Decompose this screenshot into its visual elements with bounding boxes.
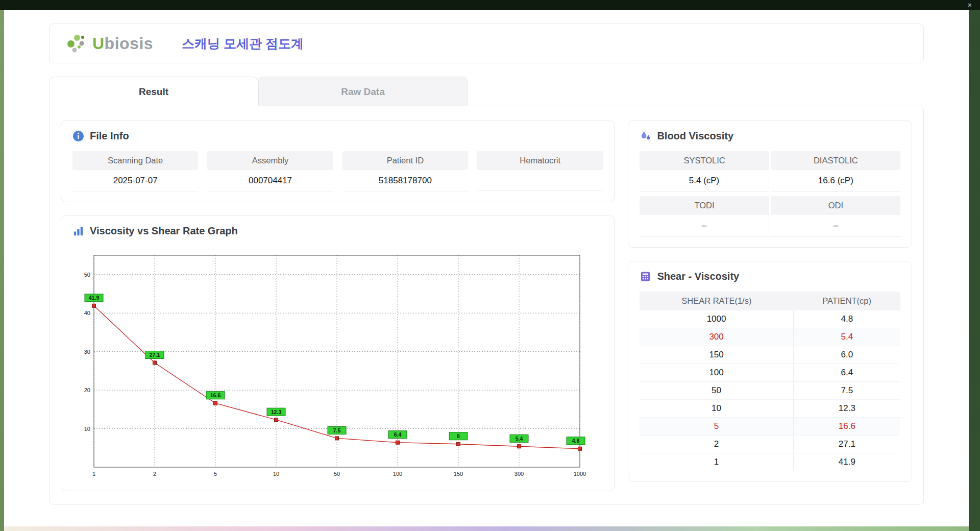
- blood-viscosity-grid: SYSTOLIC DIASTOLIC 5.4 (cP) 16.6 (cP) TO…: [640, 151, 900, 237]
- tab-result[interactable]: Result: [49, 77, 258, 106]
- table-icon: [640, 271, 651, 282]
- file-info-fields: Scanning Date 2025-07-07 Assembly 000704…: [72, 151, 603, 191]
- viscosity-chart: 102030405041.927.116.612.37.56.465.44.81…: [76, 248, 586, 480]
- svg-text:10: 10: [84, 426, 90, 432]
- svg-text:30: 30: [84, 349, 90, 355]
- svg-text:6: 6: [457, 433, 460, 439]
- shear-table-row: 3005.4: [640, 328, 900, 346]
- shear-cell: 150: [640, 346, 793, 364]
- shear-cell: 2: [640, 436, 793, 453]
- svg-text:20: 20: [84, 387, 90, 393]
- field-label: Patient ID: [342, 151, 468, 170]
- file-info-panel: File Info Scanning Date 2025-07-07 Assem…: [61, 120, 615, 202]
- shear-cell: 1: [640, 453, 793, 471]
- blood-viscosity-title: Blood Viscosity: [640, 130, 900, 142]
- svg-text:50: 50: [84, 272, 90, 278]
- left-column: File Info Scanning Date 2025-07-07 Assem…: [61, 120, 615, 491]
- shear-table-header-row: SHEAR RATE(1/s) PATIENT(cp): [640, 292, 900, 310]
- svg-text:300: 300: [514, 471, 524, 477]
- field-label: Scanning Date: [72, 151, 198, 170]
- bv-value-todi: –: [640, 215, 769, 237]
- tab-raw-data[interactable]: Raw Data: [258, 77, 468, 106]
- patient-cell: 16.6: [793, 418, 900, 436]
- shear-table-row: 227.1: [640, 436, 900, 453]
- bv-head-odi: ODI: [771, 196, 900, 215]
- shear-cell: 5: [640, 418, 793, 436]
- field-value: 2025-07-07: [72, 170, 198, 191]
- patient-cell: 6.4: [793, 364, 900, 382]
- patient-cell: 7.5: [793, 382, 900, 400]
- logo-dots-icon: [65, 32, 88, 55]
- svg-text:100: 100: [393, 471, 402, 477]
- svg-text:5: 5: [214, 471, 217, 477]
- field-value: 000704417: [207, 170, 333, 191]
- blood-viscosity-title-text: Blood Viscosity: [657, 130, 733, 142]
- bv-value-odi: –: [771, 215, 900, 237]
- shear-table-row: 1006.4: [640, 364, 900, 382]
- shear-cell: 50: [640, 382, 793, 400]
- patient-cell: 41.9: [793, 453, 900, 471]
- svg-text:150: 150: [454, 471, 463, 477]
- right-column: Blood Viscosity SYSTOLIC DIASTOLIC 5.4 (…: [628, 120, 912, 491]
- field-hematocrit: Hematocrit: [477, 151, 603, 191]
- col-shear-rate: SHEAR RATE(1/s): [640, 292, 793, 310]
- patient-cell: 12.3: [793, 400, 900, 418]
- svg-text:12.3: 12.3: [271, 409, 282, 415]
- field-assembly: Assembly 000704417: [207, 151, 333, 191]
- file-info-title-text: File Info: [90, 130, 129, 142]
- svg-text:50: 50: [334, 471, 340, 477]
- svg-text:5.4: 5.4: [516, 436, 523, 442]
- shear-table-row: 507.5: [640, 382, 900, 400]
- field-patient-id: Patient ID 51858178700: [342, 151, 468, 191]
- graph-panel: Viscosity vs Shear Rate Graph 1020304050…: [61, 215, 615, 491]
- svg-text:1: 1: [92, 471, 95, 477]
- patient-cell: 5.4: [793, 328, 900, 346]
- bar-chart-icon: [72, 225, 84, 237]
- svg-text:7.5: 7.5: [333, 427, 341, 433]
- field-label: Hematocrit: [477, 151, 603, 170]
- shear-table-row: 10004.8: [640, 310, 900, 328]
- chart-wrap: 102030405041.927.116.612.37.56.465.44.81…: [72, 246, 603, 480]
- shear-cell: 100: [640, 364, 793, 382]
- shear-viscosity-panel: Shear - Viscosity SHEAR RATE(1/s) PATIEN…: [628, 261, 912, 482]
- field-label: Assembly: [207, 151, 333, 170]
- logo-u: U: [92, 34, 105, 53]
- shear-viscosity-title-text: Shear - Viscosity: [657, 271, 739, 282]
- bv-value-diastolic: 16.6 (cP): [771, 170, 900, 192]
- close-icon[interactable]: ×: [968, 2, 972, 9]
- logo-text: Ubiosis: [92, 34, 153, 53]
- bv-head-todi: TODI: [640, 196, 769, 215]
- svg-text:40: 40: [84, 310, 90, 316]
- blood-viscosity-panel: Blood Viscosity SYSTOLIC DIASTOLIC 5.4 (…: [628, 120, 912, 248]
- ubiosis-logo: Ubiosis: [65, 32, 153, 55]
- col-patient: PATIENT(cp): [793, 292, 900, 310]
- bv-head-systolic: SYSTOLIC: [640, 151, 769, 170]
- shear-cell: 1000: [640, 310, 793, 328]
- shear-viscosity-title: Shear - Viscosity: [640, 271, 900, 282]
- bottom-gradient-strip: [4, 526, 969, 531]
- info-icon: [72, 130, 84, 142]
- shear-table: SHEAR RATE(1/s) PATIENT(cp) 10004.83005.…: [640, 292, 900, 471]
- patient-cell: 27.1: [793, 436, 900, 453]
- logo-rest: biosis: [105, 34, 153, 53]
- bv-head-diastolic: DIASTOLIC: [771, 151, 900, 170]
- svg-text:27.1: 27.1: [150, 352, 160, 358]
- svg-text:10: 10: [273, 471, 279, 477]
- svg-text:1000: 1000: [574, 471, 586, 477]
- main-card: File Info Scanning Date 2025-07-07 Assem…: [49, 106, 924, 505]
- shear-cell: 10: [640, 400, 793, 418]
- svg-text:2: 2: [153, 471, 156, 477]
- patient-cell: 6.0: [793, 346, 900, 364]
- page-title: 스캐닝 모세관 점도계: [182, 35, 304, 52]
- bv-value-systolic: 5.4 (cP): [640, 170, 769, 192]
- shear-table-row: 1012.3: [640, 400, 900, 418]
- patient-cell: 4.8: [793, 310, 900, 328]
- graph-title-text: Viscosity vs Shear Rate Graph: [90, 225, 238, 237]
- shear-table-body: 10004.83005.41506.01006.4507.51012.3516.…: [640, 310, 900, 471]
- field-scanning-date: Scanning Date 2025-07-07: [72, 151, 198, 191]
- file-info-title: File Info: [72, 130, 603, 142]
- shear-table-row: 141.9: [640, 453, 900, 471]
- window-titlebar: ×: [0, 0, 980, 10]
- droplet-icon: [640, 130, 651, 142]
- graph-title: Viscosity vs Shear Rate Graph: [72, 225, 603, 237]
